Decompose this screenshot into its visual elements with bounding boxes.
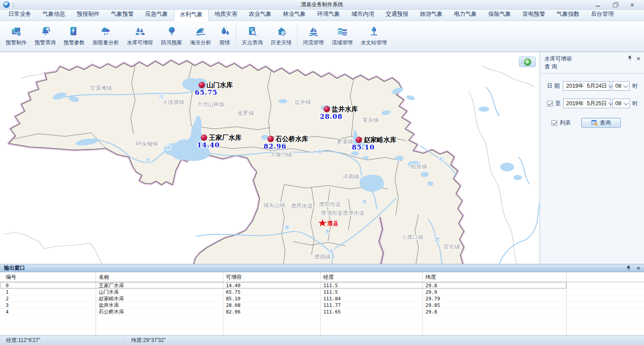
- zoom-in-button[interactable]: +: [524, 58, 531, 66]
- reservoir-marker-icon[interactable]: [201, 135, 207, 141]
- menu-item-7[interactable]: 农业气象: [243, 8, 277, 21]
- menu-item-2[interactable]: 预报制作: [71, 8, 105, 21]
- query-button[interactable]: 查询: [581, 118, 621, 128]
- menu-item-17[interactable]: 后台管理: [585, 8, 619, 21]
- toolbar-button-rain-condition[interactable]: 雨情: [215, 23, 235, 50]
- town-label: 梦溪镇: [336, 139, 353, 145]
- menu-item-15[interactable]: 雷电预警: [517, 8, 551, 21]
- table-row[interactable]: 2赵家峪水库85.10111.8429.79: [0, 295, 644, 302]
- menu-item-14[interactable]: 保险气象: [483, 8, 517, 21]
- reservoir-name-label: 赵家峪水库: [363, 136, 397, 144]
- reservoir-value-label: 28.08: [320, 113, 343, 121]
- output-close-icon[interactable]: ×: [637, 266, 640, 270]
- town-label: 金罗镇: [237, 110, 254, 116]
- toolbar-button-hydro-station[interactable]: 水文站管理: [357, 23, 391, 50]
- date-from-select[interactable]: 2019年 5月24日: [563, 81, 610, 91]
- to-label: 至: [555, 100, 561, 107]
- table-row[interactable]: 4石公桥水库82.96111.6529.8: [0, 309, 644, 315]
- menu-item-8[interactable]: 林业气象: [277, 8, 311, 21]
- town-label: 涔南镇: [342, 174, 359, 180]
- reservoir-marker-icon[interactable]: [199, 82, 205, 88]
- table-cell: 111.77: [320, 302, 422, 308]
- table-cell: 0: [0, 283, 96, 288]
- toolbar-button-disaster-query[interactable]: 灾点查询: [238, 23, 267, 50]
- menu-item-5[interactable]: 水利气象: [174, 8, 209, 21]
- list-checkbox[interactable]: [551, 120, 557, 126]
- reservoir-query-panel: 水库可增容 查 询 × 日 期 2019年 5月24日 08 时: [540, 52, 644, 264]
- toolbar-button-area-rain[interactable]: 面雨量分析: [89, 23, 123, 50]
- town-label: 火连坡镇: [162, 99, 185, 105]
- date-to-select[interactable]: 2019年 5月25日: [563, 99, 611, 108]
- reservoir-marker-group[interactable]: [324, 106, 330, 112]
- toolbar-button-basin-management[interactable]: 流域管理: [328, 23, 357, 50]
- reservoir-marker-group[interactable]: [268, 136, 274, 142]
- table-cell: 29.8: [422, 283, 566, 288]
- chevron-down-icon: [623, 100, 628, 105]
- reservoir-capacity-icon: [134, 25, 146, 38]
- toolbar-button-warning-make[interactable]: 预警制作: [2, 23, 31, 50]
- menu-item-16[interactable]: 气象指数: [551, 8, 585, 21]
- toolbar-button-warning-param[interactable]: 预警参数: [60, 23, 89, 50]
- close-button[interactable]: ×: [630, 2, 636, 7]
- toolbar-button-reservoir-capacity[interactable]: 水库可增容: [123, 23, 157, 50]
- table-row[interactable]: 3盐井水库28.08111.7729.85: [0, 302, 644, 309]
- menu-item-6[interactable]: 地质灾害: [209, 8, 243, 21]
- reservoir-marker-icon[interactable]: [324, 106, 330, 112]
- table-cell: 111.5: [320, 289, 422, 295]
- panel-title-line2: 查 询: [544, 63, 640, 71]
- reservoir-name-label: 石公桥水库: [275, 135, 308, 143]
- output-column-header: 编号: [0, 274, 96, 281]
- county-map[interactable]: 甘溪滩镇火连坡镇天供山林场金罗镇盐井镇复兴镇梦溪镇码头铺镇大堰垱镇涔南镇如东镇城…: [4, 52, 540, 264]
- panel-close-icon[interactable]: ×: [637, 56, 640, 61]
- chevron-down-icon: [623, 83, 628, 88]
- reservoir-marker-group[interactable]: [201, 135, 207, 141]
- minimize-button[interactable]: [595, 2, 601, 7]
- menu-item-10[interactable]: 城市内涝: [346, 8, 380, 21]
- drag-grip-icon[interactable]: [521, 60, 522, 64]
- reservoir-marker-icon[interactable]: [356, 137, 362, 143]
- hour-to-select[interactable]: 08: [612, 99, 630, 108]
- menu-item-4[interactable]: 应急气象: [140, 8, 174, 21]
- table-cell: 82.96: [223, 309, 320, 315]
- table-row[interactable]: 1山门水库65.75111.529.9: [0, 289, 644, 295]
- reservoir-value-label: 65.75: [195, 89, 218, 96]
- table-cell: 山门水库: [96, 289, 223, 295]
- reservoir-marker-group[interactable]: [356, 137, 362, 143]
- output-column-header: 经度: [320, 274, 422, 281]
- to-date-checkbox[interactable]: [547, 101, 553, 107]
- menu-item-9[interactable]: 环境气象: [311, 8, 346, 21]
- town-label: 大堰垱镇: [270, 152, 293, 158]
- hour-from-select[interactable]: 08: [612, 81, 630, 91]
- disaster-query-icon: [247, 25, 258, 38]
- town-label: 官垸镇: [444, 244, 460, 250]
- town-label: 澧澹街道: [343, 210, 365, 216]
- table-row[interactable]: 0王家厂水库14.40111.529.8: [0, 282, 644, 289]
- menu-item-1[interactable]: 气象信息: [37, 8, 71, 21]
- menu-item-13[interactable]: 电力气象: [448, 8, 483, 21]
- table-row-empty: [0, 322, 644, 328]
- reservoir-marker-group[interactable]: [199, 82, 205, 88]
- menu-item-0[interactable]: 日常业务: [3, 8, 37, 21]
- toolbar-button-warning-query[interactable]: 预警查询: [31, 23, 60, 50]
- hour-suffix-label: 时: [633, 100, 638, 107]
- river-name-label: 水: [361, 199, 367, 205]
- toolbar-button-river-management[interactable]: 河流管理: [299, 23, 328, 50]
- town-label: 如东镇: [411, 164, 427, 170]
- map-canvas[interactable]: 甘溪滩镇火连坡镇天供山林场金罗镇盐井镇复兴镇梦溪镇码头铺镇大堰垱镇涔南镇如东镇城…: [0, 52, 540, 264]
- restore-button[interactable]: [613, 2, 619, 7]
- menu-item-11[interactable]: 交通预报: [380, 8, 414, 21]
- toolbar-button-history-disaster[interactable]: 历史灾情: [267, 23, 296, 50]
- output-window: 输出窗口 × 编号名称可增容经度纬度 0王家厂水库14.40111.529.81…: [0, 264, 644, 335]
- menu-item-12[interactable]: 旅游气象: [414, 8, 448, 21]
- table-cell: 85.10: [223, 296, 320, 302]
- statusbar-divider: [124, 338, 124, 343]
- pin-icon[interactable]: [628, 56, 632, 61]
- toolbar: 预警制作预警查询预警参数面雨量分析水库可增容防汛预案淹没分析雨情灾点查询历史灾情…: [0, 21, 644, 52]
- toolbar-button-flood-analysis[interactable]: 淹没分析: [186, 23, 215, 50]
- toolbar-button-flood-plan[interactable]: 防汛预案: [157, 23, 186, 50]
- menu-item-3[interactable]: 气象预警: [105, 8, 140, 21]
- reservoir-marker-icon[interactable]: [268, 136, 274, 142]
- history-disaster-icon: [275, 25, 287, 38]
- status-bar: 经度:112°6'27" 纬度:29°37'32": [0, 335, 644, 345]
- pin-icon[interactable]: [627, 266, 631, 271]
